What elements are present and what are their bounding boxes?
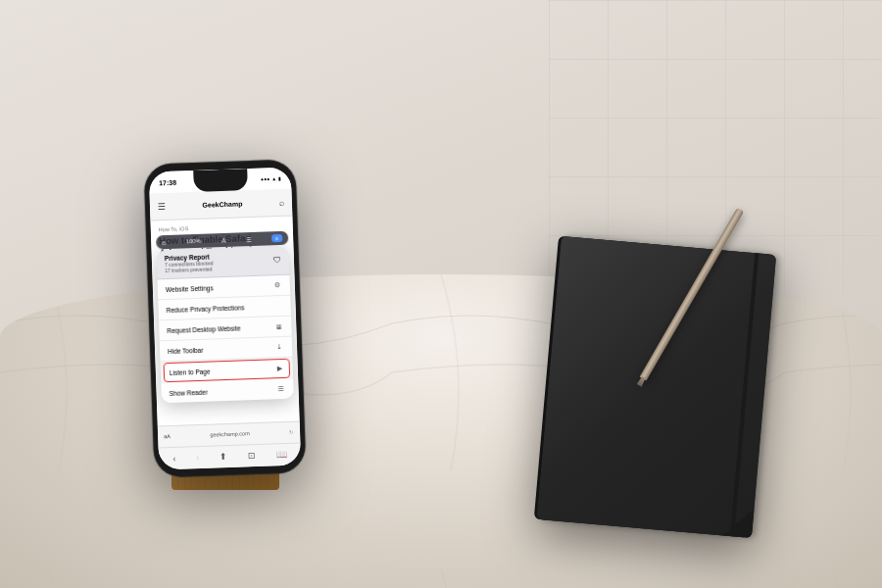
nav-bar: ‹ › ⬆ ⊡ 📖 — [159, 443, 302, 470]
wifi-icon: ▲ — [271, 175, 276, 181]
reload-icon[interactable]: ↻ — [289, 429, 294, 435]
dropdown-menu: Privacy Report 7 connections blocked 17 … — [157, 246, 294, 404]
tabs-button[interactable]: ⊡ — [248, 451, 256, 461]
reader-icon[interactable]: ☰ — [246, 236, 251, 243]
menu-item-label: Reduce Privacy Protections — [167, 304, 245, 314]
address-aa-button[interactable]: aA — [164, 433, 171, 439]
zoom-value: 100% — [186, 238, 202, 245]
battery-icon: ▮ — [278, 175, 281, 181]
reader-view-icon: ☰ — [275, 384, 285, 394]
address-url[interactable]: geekchamp.com — [174, 429, 285, 439]
forward-button[interactable]: › — [196, 453, 199, 463]
zoom-increase-button[interactable]: A — [221, 236, 226, 243]
phone-notch — [193, 169, 248, 192]
notebook-corner — [722, 507, 755, 539]
privacy-icon — [272, 301, 282, 311]
menu-item-label: Website Settings — [166, 284, 214, 293]
scene: 17:38 ●●● ▲ ▮ ☰ GeekChamp ⌕ How To, iOS … — [0, 0, 882, 588]
menu-item-label: Request Desktop Website — [167, 324, 240, 334]
zoom-active-indicator: ≡ — [271, 234, 282, 242]
menu-item-label: Hide Toolbar — [168, 346, 204, 354]
play-icon: ▶ — [274, 364, 284, 373]
back-button[interactable]: ‹ — [172, 454, 175, 464]
zoom-decrease-button[interactable]: a — [162, 239, 166, 246]
phone: 17:38 ●●● ▲ ▮ ☰ GeekChamp ⌕ How To, iOS … — [143, 159, 306, 477]
menu-item-label: Listen to Page — [170, 368, 211, 375]
browser-toolbar: aA geekchamp.com ↻ ‹ › ⬆ ⊡ 📖 — [158, 420, 301, 469]
menu-header-sub2: 17 trackers prevented — [165, 266, 214, 273]
notebook-cover — [537, 236, 776, 538]
signal-icon: ●●● — [261, 175, 270, 181]
browser-header: ☰ GeekChamp ⌕ — [150, 189, 293, 221]
bookmarks-button[interactable]: 📖 — [275, 450, 286, 460]
browser-search-icon[interactable]: ⌕ — [279, 197, 284, 207]
notebook — [537, 236, 776, 538]
browser-logo: GeekChamp — [202, 200, 242, 208]
browser-menu-icon[interactable]: ☰ — [158, 202, 166, 212]
phone-screen: 17:38 ●●● ▲ ▮ ☰ GeekChamp ⌕ How To, iOS … — [149, 168, 302, 470]
privacy-shield-icon: 🛡 — [273, 256, 281, 265]
share-button[interactable]: ⬆ — [220, 452, 227, 462]
gear-icon: ⚙ — [272, 280, 282, 290]
hide-toolbar-icon: ⤓ — [274, 342, 284, 352]
desktop-icon: 🖥 — [273, 321, 283, 331]
status-time: 17:38 — [159, 178, 176, 186]
menu-header: Privacy Report 7 connections blocked 17 … — [157, 246, 290, 280]
menu-item-label: Show Reader — [169, 388, 208, 396]
status-icons: ●●● ▲ ▮ — [261, 175, 281, 182]
